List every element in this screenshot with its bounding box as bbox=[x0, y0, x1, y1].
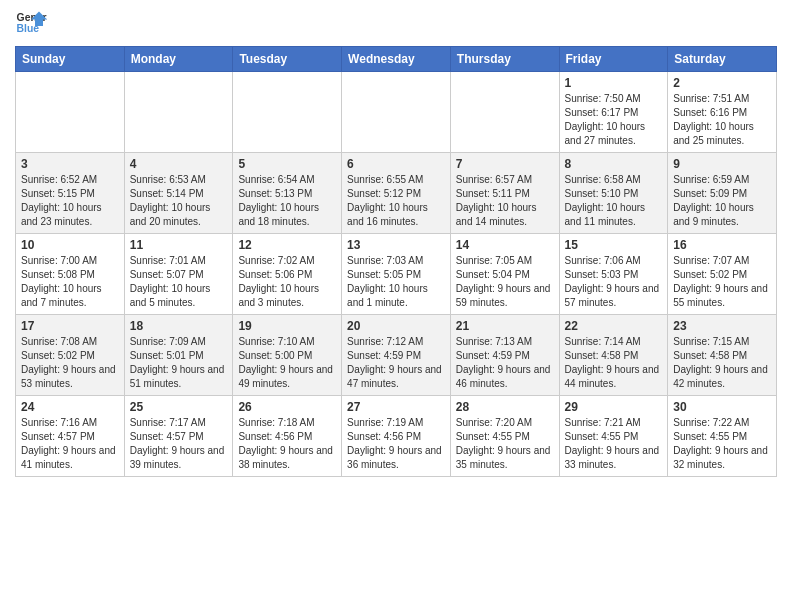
day-number: 22 bbox=[565, 319, 663, 333]
calendar-cell: 8Sunrise: 6:58 AM Sunset: 5:10 PM Daylig… bbox=[559, 153, 668, 234]
weekday-header-friday: Friday bbox=[559, 47, 668, 72]
day-number: 1 bbox=[565, 76, 663, 90]
calendar-cell: 17Sunrise: 7:08 AM Sunset: 5:02 PM Dayli… bbox=[16, 315, 125, 396]
day-info: Sunrise: 7:09 AM Sunset: 5:01 PM Dayligh… bbox=[130, 335, 228, 391]
day-number: 11 bbox=[130, 238, 228, 252]
calendar-cell bbox=[450, 72, 559, 153]
calendar-week-1: 1Sunrise: 7:50 AM Sunset: 6:17 PM Daylig… bbox=[16, 72, 777, 153]
calendar-cell bbox=[342, 72, 451, 153]
day-number: 9 bbox=[673, 157, 771, 171]
day-info: Sunrise: 7:21 AM Sunset: 4:55 PM Dayligh… bbox=[565, 416, 663, 472]
day-info: Sunrise: 7:18 AM Sunset: 4:56 PM Dayligh… bbox=[238, 416, 336, 472]
calendar-cell bbox=[16, 72, 125, 153]
day-info: Sunrise: 7:50 AM Sunset: 6:17 PM Dayligh… bbox=[565, 92, 663, 148]
day-info: Sunrise: 6:53 AM Sunset: 5:14 PM Dayligh… bbox=[130, 173, 228, 229]
calendar-cell: 23Sunrise: 7:15 AM Sunset: 4:58 PM Dayli… bbox=[668, 315, 777, 396]
day-info: Sunrise: 7:06 AM Sunset: 5:03 PM Dayligh… bbox=[565, 254, 663, 310]
calendar-cell bbox=[124, 72, 233, 153]
weekday-header-wednesday: Wednesday bbox=[342, 47, 451, 72]
day-number: 16 bbox=[673, 238, 771, 252]
day-info: Sunrise: 7:51 AM Sunset: 6:16 PM Dayligh… bbox=[673, 92, 771, 148]
weekday-header-tuesday: Tuesday bbox=[233, 47, 342, 72]
day-info: Sunrise: 7:05 AM Sunset: 5:04 PM Dayligh… bbox=[456, 254, 554, 310]
day-number: 7 bbox=[456, 157, 554, 171]
day-info: Sunrise: 7:22 AM Sunset: 4:55 PM Dayligh… bbox=[673, 416, 771, 472]
calendar-cell: 27Sunrise: 7:19 AM Sunset: 4:56 PM Dayli… bbox=[342, 396, 451, 477]
calendar-cell: 30Sunrise: 7:22 AM Sunset: 4:55 PM Dayli… bbox=[668, 396, 777, 477]
day-info: Sunrise: 7:13 AM Sunset: 4:59 PM Dayligh… bbox=[456, 335, 554, 391]
day-number: 19 bbox=[238, 319, 336, 333]
day-info: Sunrise: 7:15 AM Sunset: 4:58 PM Dayligh… bbox=[673, 335, 771, 391]
calendar-cell: 11Sunrise: 7:01 AM Sunset: 5:07 PM Dayli… bbox=[124, 234, 233, 315]
day-info: Sunrise: 7:03 AM Sunset: 5:05 PM Dayligh… bbox=[347, 254, 445, 310]
calendar-cell: 18Sunrise: 7:09 AM Sunset: 5:01 PM Dayli… bbox=[124, 315, 233, 396]
calendar-week-2: 3Sunrise: 6:52 AM Sunset: 5:15 PM Daylig… bbox=[16, 153, 777, 234]
calendar-table: SundayMondayTuesdayWednesdayThursdayFrid… bbox=[15, 46, 777, 477]
day-info: Sunrise: 6:57 AM Sunset: 5:11 PM Dayligh… bbox=[456, 173, 554, 229]
day-number: 25 bbox=[130, 400, 228, 414]
calendar-cell: 25Sunrise: 7:17 AM Sunset: 4:57 PM Dayli… bbox=[124, 396, 233, 477]
calendar-cell: 28Sunrise: 7:20 AM Sunset: 4:55 PM Dayli… bbox=[450, 396, 559, 477]
day-number: 30 bbox=[673, 400, 771, 414]
calendar-cell: 15Sunrise: 7:06 AM Sunset: 5:03 PM Dayli… bbox=[559, 234, 668, 315]
day-info: Sunrise: 6:54 AM Sunset: 5:13 PM Dayligh… bbox=[238, 173, 336, 229]
calendar-cell: 10Sunrise: 7:00 AM Sunset: 5:08 PM Dayli… bbox=[16, 234, 125, 315]
calendar-cell: 6Sunrise: 6:55 AM Sunset: 5:12 PM Daylig… bbox=[342, 153, 451, 234]
day-number: 5 bbox=[238, 157, 336, 171]
day-number: 18 bbox=[130, 319, 228, 333]
day-number: 20 bbox=[347, 319, 445, 333]
calendar-cell: 13Sunrise: 7:03 AM Sunset: 5:05 PM Dayli… bbox=[342, 234, 451, 315]
day-number: 4 bbox=[130, 157, 228, 171]
day-number: 29 bbox=[565, 400, 663, 414]
calendar-week-4: 17Sunrise: 7:08 AM Sunset: 5:02 PM Dayli… bbox=[16, 315, 777, 396]
calendar-cell: 16Sunrise: 7:07 AM Sunset: 5:02 PM Dayli… bbox=[668, 234, 777, 315]
day-info: Sunrise: 7:16 AM Sunset: 4:57 PM Dayligh… bbox=[21, 416, 119, 472]
calendar-cell bbox=[233, 72, 342, 153]
calendar-week-3: 10Sunrise: 7:00 AM Sunset: 5:08 PM Dayli… bbox=[16, 234, 777, 315]
calendar-cell: 9Sunrise: 6:59 AM Sunset: 5:09 PM Daylig… bbox=[668, 153, 777, 234]
day-info: Sunrise: 6:52 AM Sunset: 5:15 PM Dayligh… bbox=[21, 173, 119, 229]
weekday-header-monday: Monday bbox=[124, 47, 233, 72]
day-number: 3 bbox=[21, 157, 119, 171]
day-info: Sunrise: 7:10 AM Sunset: 5:00 PM Dayligh… bbox=[238, 335, 336, 391]
calendar-cell: 26Sunrise: 7:18 AM Sunset: 4:56 PM Dayli… bbox=[233, 396, 342, 477]
day-number: 12 bbox=[238, 238, 336, 252]
day-number: 13 bbox=[347, 238, 445, 252]
day-number: 17 bbox=[21, 319, 119, 333]
calendar-cell: 21Sunrise: 7:13 AM Sunset: 4:59 PM Dayli… bbox=[450, 315, 559, 396]
calendar-cell: 22Sunrise: 7:14 AM Sunset: 4:58 PM Dayli… bbox=[559, 315, 668, 396]
calendar-cell: 12Sunrise: 7:02 AM Sunset: 5:06 PM Dayli… bbox=[233, 234, 342, 315]
logo: General Blue bbox=[15, 10, 47, 38]
day-info: Sunrise: 7:07 AM Sunset: 5:02 PM Dayligh… bbox=[673, 254, 771, 310]
day-number: 14 bbox=[456, 238, 554, 252]
day-info: Sunrise: 6:55 AM Sunset: 5:12 PM Dayligh… bbox=[347, 173, 445, 229]
day-info: Sunrise: 7:12 AM Sunset: 4:59 PM Dayligh… bbox=[347, 335, 445, 391]
day-info: Sunrise: 7:17 AM Sunset: 4:57 PM Dayligh… bbox=[130, 416, 228, 472]
calendar-cell: 4Sunrise: 6:53 AM Sunset: 5:14 PM Daylig… bbox=[124, 153, 233, 234]
weekday-header-sunday: Sunday bbox=[16, 47, 125, 72]
logo-icon: General Blue bbox=[15, 10, 47, 38]
calendar-cell: 20Sunrise: 7:12 AM Sunset: 4:59 PM Dayli… bbox=[342, 315, 451, 396]
day-info: Sunrise: 6:59 AM Sunset: 5:09 PM Dayligh… bbox=[673, 173, 771, 229]
calendar-cell: 2Sunrise: 7:51 AM Sunset: 6:16 PM Daylig… bbox=[668, 72, 777, 153]
calendar-header-row: SundayMondayTuesdayWednesdayThursdayFrid… bbox=[16, 47, 777, 72]
day-info: Sunrise: 7:14 AM Sunset: 4:58 PM Dayligh… bbox=[565, 335, 663, 391]
weekday-header-thursday: Thursday bbox=[450, 47, 559, 72]
day-number: 23 bbox=[673, 319, 771, 333]
calendar-cell: 19Sunrise: 7:10 AM Sunset: 5:00 PM Dayli… bbox=[233, 315, 342, 396]
day-number: 27 bbox=[347, 400, 445, 414]
day-info: Sunrise: 7:00 AM Sunset: 5:08 PM Dayligh… bbox=[21, 254, 119, 310]
day-number: 8 bbox=[565, 157, 663, 171]
day-number: 24 bbox=[21, 400, 119, 414]
calendar-cell: 14Sunrise: 7:05 AM Sunset: 5:04 PM Dayli… bbox=[450, 234, 559, 315]
page: General Blue SundayMondayTuesdayWednesda… bbox=[0, 0, 792, 487]
day-number: 26 bbox=[238, 400, 336, 414]
calendar-cell: 7Sunrise: 6:57 AM Sunset: 5:11 PM Daylig… bbox=[450, 153, 559, 234]
day-info: Sunrise: 7:02 AM Sunset: 5:06 PM Dayligh… bbox=[238, 254, 336, 310]
calendar-cell: 3Sunrise: 6:52 AM Sunset: 5:15 PM Daylig… bbox=[16, 153, 125, 234]
calendar-cell: 24Sunrise: 7:16 AM Sunset: 4:57 PM Dayli… bbox=[16, 396, 125, 477]
day-number: 10 bbox=[21, 238, 119, 252]
day-info: Sunrise: 6:58 AM Sunset: 5:10 PM Dayligh… bbox=[565, 173, 663, 229]
day-number: 6 bbox=[347, 157, 445, 171]
day-info: Sunrise: 7:20 AM Sunset: 4:55 PM Dayligh… bbox=[456, 416, 554, 472]
